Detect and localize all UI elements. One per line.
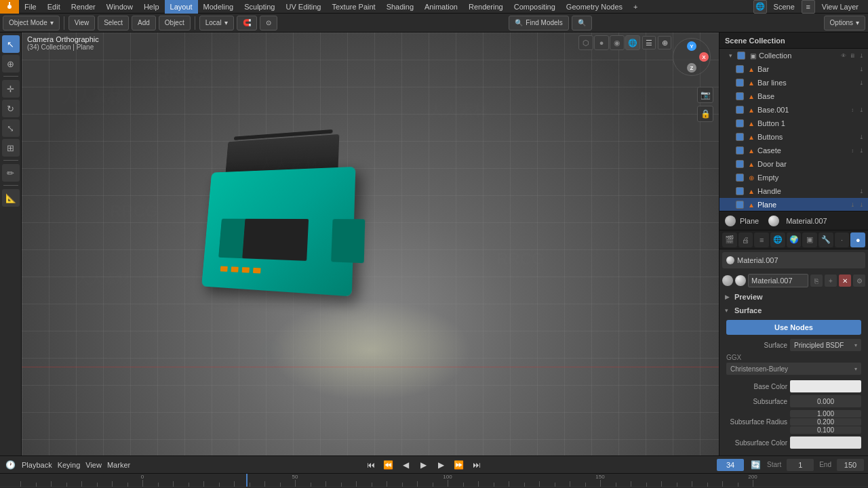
sc-item-bar-lines[interactable]: ▲ Bar lines ⤓ bbox=[719, 76, 868, 89]
blender-logo[interactable] bbox=[0, 0, 19, 14]
view-layer-props-tab[interactable]: ≡ bbox=[754, 232, 769, 247]
empty-check[interactable] bbox=[736, 174, 744, 182]
material-list-item[interactable]: Material.007 bbox=[722, 252, 865, 268]
restrict-viewport-icon[interactable]: 🖥 bbox=[848, 52, 856, 60]
select-menu[interactable]: Select bbox=[98, 16, 129, 30]
workspace-add[interactable]: + bbox=[628, 0, 643, 14]
search-btn[interactable]: 🔍 bbox=[572, 16, 592, 30]
handle-check[interactable] bbox=[736, 187, 744, 195]
workspace-sculpting[interactable]: Sculpting bbox=[239, 0, 280, 14]
overlay-btn[interactable]: ☰ bbox=[642, 36, 656, 49]
snap-toggle[interactable]: 🧲 bbox=[237, 16, 257, 30]
jump-start-btn[interactable]: ⏮ bbox=[365, 459, 377, 471]
subsurface-r1[interactable]: 1.000 bbox=[790, 410, 861, 418]
workspace-animation[interactable]: Animation bbox=[419, 0, 463, 14]
select-tool[interactable]: ↖ bbox=[2, 35, 20, 53]
sc-item-base001[interactable]: ▲ Base.001 ↕ ⤓ bbox=[719, 103, 868, 117]
camera-view-btn[interactable]: 📷 bbox=[697, 87, 713, 103]
proportional-editing[interactable]: ⊙ bbox=[260, 16, 277, 30]
rotate-tool[interactable]: ↻ bbox=[2, 100, 20, 117]
find-models-btn[interactable]: 🔍 Find Models bbox=[509, 16, 568, 30]
marker-label[interactable]: Marker bbox=[107, 461, 130, 469]
modifiers-props-tab[interactable]: 🔧 bbox=[818, 232, 833, 247]
base-color-swatch[interactable] bbox=[790, 380, 861, 392]
casete-check[interactable] bbox=[736, 146, 744, 155]
annotate-tool[interactable]: ✏ bbox=[2, 164, 20, 182]
scale-tool[interactable]: ⤡ bbox=[2, 119, 20, 137]
sc-item-empty[interactable]: ⊕ Empty bbox=[719, 171, 868, 184]
render-props-tab[interactable]: 🎬 bbox=[722, 232, 737, 247]
material-btn[interactable]: ◉ bbox=[610, 35, 625, 50]
add-menu[interactable]: Add bbox=[132, 16, 156, 30]
measure-tool[interactable]: 📐 bbox=[2, 189, 20, 207]
workspace-uv-editing[interactable]: UV Editing bbox=[280, 0, 326, 14]
output-props-tab[interactable]: 🖨 bbox=[738, 232, 753, 247]
sc-item-base[interactable]: ▲ Base bbox=[719, 89, 868, 103]
plane-check[interactable] bbox=[736, 201, 744, 209]
menu-window[interactable]: Window bbox=[101, 0, 138, 14]
subsurface-r3[interactable]: 0.100 bbox=[790, 426, 861, 434]
collection-visibility-check[interactable] bbox=[737, 52, 745, 60]
sc-item-casete[interactable]: ▲ Casete ↕ ⤓ bbox=[719, 144, 868, 157]
scene-name[interactable]: Scene bbox=[770, 3, 799, 11]
options-btn[interactable]: Options ▾ bbox=[824, 16, 865, 30]
mat-delete-btn[interactable]: ✕ bbox=[839, 274, 851, 287]
play-btn[interactable]: ▶ bbox=[418, 459, 430, 471]
particles-props-tab[interactable]: · bbox=[835, 232, 850, 247]
sc-item-handle[interactable]: ▲ Handle ⤓ bbox=[719, 184, 868, 198]
scene-props-tab[interactable]: 🌐 bbox=[770, 232, 785, 247]
wireframe-btn[interactable]: ⬡ bbox=[578, 35, 593, 50]
solid-btn[interactable]: ● bbox=[594, 35, 609, 50]
subsurface-color-swatch[interactable] bbox=[790, 436, 861, 449]
gizmo-z-axis[interactable]: Z bbox=[687, 63, 696, 73]
door-bar-check[interactable] bbox=[736, 160, 744, 168]
surface-type-dropdown[interactable]: Principled BSDF ▾ bbox=[790, 339, 861, 351]
christensen-burley-dropdown[interactable]: Christensen-Burley ▾ bbox=[726, 363, 861, 375]
gizmo-y-axis[interactable]: Y bbox=[687, 41, 696, 51]
workspace-modeling[interactable]: Modeling bbox=[198, 0, 239, 14]
mat-copy-btn[interactable]: ⎘ bbox=[810, 274, 823, 287]
rendered-btn[interactable]: 🌐 bbox=[625, 35, 640, 50]
button1-check[interactable] bbox=[736, 119, 744, 127]
nav-gizmo[interactable]: Y X Z bbox=[673, 38, 713, 79]
object-menu[interactable]: Object bbox=[159, 16, 191, 30]
next-keyframe-btn[interactable]: ▶ bbox=[435, 459, 448, 471]
next-frame-btn[interactable]: ⏩ bbox=[453, 459, 465, 471]
viewport[interactable]: 人人素材 RRCG 人人素材 RRCG 人人素材 RRCG 人人素材 RRCG … bbox=[22, 33, 719, 455]
transform-tool[interactable]: ⊞ bbox=[2, 139, 20, 157]
workspace-shading[interactable]: Shading bbox=[381, 0, 419, 14]
prev-keyframe-btn[interactable]: ◀ bbox=[400, 459, 412, 471]
timeline-ruler[interactable]: 050100150200 bbox=[0, 474, 868, 487]
gizmo-btn[interactable]: ⊕ bbox=[658, 36, 671, 49]
sc-item-plane[interactable]: ▲ Plane ⤓ ⤓ bbox=[719, 198, 868, 211]
object-props-tab[interactable]: ▣ bbox=[802, 232, 817, 247]
base001-check[interactable] bbox=[736, 106, 744, 114]
current-frame-field[interactable]: 34 bbox=[717, 459, 744, 471]
workspace-geometry-nodes[interactable]: Geometry Nodes bbox=[561, 0, 628, 14]
cursor-tool[interactable]: ⊕ bbox=[2, 55, 20, 73]
view-menu[interactable]: View bbox=[68, 16, 96, 30]
material-props-tab[interactable]: ● bbox=[850, 232, 865, 247]
playback-label[interactable]: Playback bbox=[22, 461, 52, 469]
mat-settings-btn[interactable]: ⚙ bbox=[853, 274, 865, 287]
menu-file[interactable]: File bbox=[19, 0, 42, 14]
subsurface-r2[interactable]: 0.200 bbox=[790, 418, 861, 426]
view-layer-name[interactable]: View Layer bbox=[818, 3, 863, 11]
sc-item-collection[interactable]: ▾ ▣ Collection 👁 🖥 ⤓ bbox=[719, 49, 868, 62]
move-tool[interactable]: ✛ bbox=[2, 80, 20, 98]
sc-item-door-bar[interactable]: ▲ Door bar bbox=[719, 157, 868, 171]
workspace-layout[interactable]: Layout bbox=[165, 0, 198, 14]
sc-item-bar[interactable]: ▲ Bar ⤓ bbox=[719, 62, 868, 76]
playback-dropdown[interactable]: 🕐 bbox=[4, 459, 16, 471]
workspace-rendering[interactable]: Rendering bbox=[463, 0, 509, 14]
sc-item-button1[interactable]: ▲ Button 1 bbox=[719, 117, 868, 130]
object-mode-dropdown[interactable]: Object Mode ▾ bbox=[3, 16, 60, 30]
base-check[interactable] bbox=[736, 92, 744, 100]
surface-section-header[interactable]: ▾ Surface bbox=[722, 304, 865, 317]
timeline-playhead[interactable] bbox=[246, 474, 248, 487]
timeline-view-label[interactable]: View bbox=[85, 461, 102, 469]
restrict-select-icon[interactable]: ⤓ bbox=[857, 52, 865, 60]
subsurface-value[interactable]: 0.000 bbox=[790, 395, 861, 407]
transform-orientation[interactable]: Local ▾ bbox=[199, 16, 234, 30]
buttons-check[interactable] bbox=[736, 133, 744, 141]
